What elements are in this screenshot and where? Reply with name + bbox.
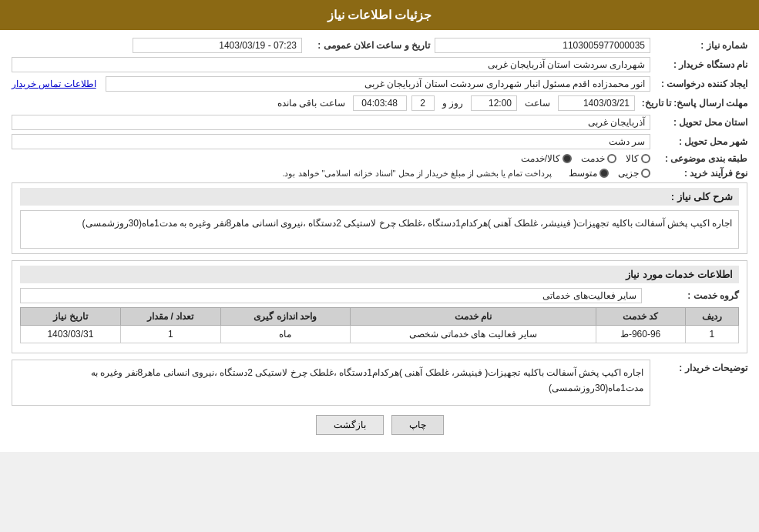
shomare-niaz-label: شماره نیاز :: [655, 40, 747, 51]
buttons-row: چاپ بازگشت: [12, 415, 747, 435]
announce-label: تاریخ و ساعت اعلان عمومی :: [307, 40, 430, 51]
row-shomare: شماره نیاز : 1103005977000035 تاریخ و سا…: [12, 38, 747, 53]
row-ijadkonande: ایجاد کننده درخواست : انور محمدزاده اقدم…: [12, 76, 747, 92]
namdastgah-label: نام دستگاه خریدار :: [655, 59, 747, 70]
shahr-value: سر دشت: [12, 134, 650, 149]
page-container: جزئیات اطلاعات نیاز شماره نیاز : 1103005…: [0, 0, 759, 452]
noe-farayand-label: نوع فرآیند خرید :: [655, 168, 747, 179]
cell-name: سایر فعالیت های خدماتی شخصی: [350, 326, 596, 343]
khadamat-section-title: اطلاعات خدمات مورد نیاز: [20, 266, 739, 283]
radio-kala-khedmat-dot: [563, 154, 572, 163]
header-title: جزئیات اطلاعات نیاز: [327, 8, 432, 22]
col-kod: کد خدمت: [596, 308, 685, 326]
cell-kod: 960-96-ط: [596, 326, 685, 343]
remaining-time-value: 04:03:48: [353, 95, 407, 111]
saat-value: 12:00: [471, 95, 517, 111]
ostan-label: استان محل تحویل :: [655, 117, 747, 128]
sharh-kolli-value: اجاره اکیپ پخش آسفالت باکلیه تجهیزات( فی…: [20, 210, 739, 249]
radio-jozii-label: جزیی: [618, 168, 639, 179]
shahr-label: شهر محل تحویل :: [655, 136, 747, 147]
row-namdastgah: نام دستگاه خریدار : شهرداری سردشت استان …: [12, 57, 747, 72]
page-header: جزئیات اطلاعات نیاز: [0, 0, 759, 30]
farayand-note: پرداخت تمام یا بخشی از مبلغ خریدار از مح…: [282, 169, 552, 179]
radio-kala: کالا: [626, 153, 650, 164]
ijadkonande-label: ایجاد کننده درخواست :: [655, 79, 747, 89]
radio-kala-khedmat-label: کالا/خدمت: [521, 153, 560, 164]
mohlat-label: مهلت ارسال پاسخ: تا تاریخ:: [640, 98, 747, 109]
ijadkonande-value: انور محمدزاده اقدم مسئول انبار شهرداری س…: [106, 76, 650, 92]
row-mohlat: مهلت ارسال پاسخ: تا تاریخ: 1403/03/21 سا…: [12, 95, 747, 111]
khadamat-table: ردیف کد خدمت نام خدمت واحد اندازه گیری ت…: [20, 307, 739, 343]
remaining-time-label: ساعت باقی مانده: [277, 98, 345, 109]
back-button[interactable]: بازگشت: [316, 415, 384, 435]
row-noe-farayand: نوع فرآیند خرید : جزیی متوسط پرداخت تمام…: [12, 168, 747, 179]
tosih-kharidar-value: اجاره اکیپ پخش آسفالت باکلیه تجهیزات( فی…: [12, 360, 650, 406]
sharh-kolli-section: شرح کلی نیاز : اجاره اکیپ پخش آسفالت باک…: [12, 182, 747, 254]
col-tedad: تعداد / مقدار: [120, 308, 220, 326]
main-content: شماره نیاز : 1103005977000035 تاریخ و سا…: [0, 30, 759, 452]
radio-motavasset-dot: [599, 169, 609, 178]
row-shahr: شهر محل تحویل : سر دشت: [12, 134, 747, 149]
col-tarikh: تاریخ نیاز: [21, 308, 121, 326]
radio-motavasset-label: متوسط: [569, 168, 597, 179]
namdastgah-value: شهرداری سردشت استان آذربایجان غربی: [12, 57, 650, 72]
tosih-kharidar-label: توضیحات خریدار :: [655, 360, 747, 373]
cell-tarikh: 1403/03/31: [21, 326, 121, 343]
radio-kala-dot: [641, 154, 650, 163]
tarikh-pasokh-value: 1403/03/21: [558, 95, 635, 111]
tabaqe-radio-group: کالا خدمت کالا/خدمت: [521, 153, 650, 164]
table-row: 1960-96-طسایر فعالیت های خدماتی شخصیماه1…: [21, 326, 739, 343]
radio-khedmat: خدمت: [581, 153, 616, 164]
cell-vahed: ماه: [220, 326, 350, 343]
saat-label: ساعت: [525, 98, 550, 109]
rooz-value: 2: [411, 95, 435, 111]
rooz-label: روز و: [442, 98, 463, 109]
cell-tedad: 1: [120, 326, 220, 343]
radio-jozii: جزیی: [618, 168, 650, 179]
radio-khedmat-dot: [607, 154, 616, 163]
sharh-kolli-title: شرح کلی نیاز :: [20, 188, 739, 206]
radio-jozii-dot: [641, 169, 650, 178]
radio-kala-khedmat: کالا/خدمت: [521, 153, 572, 164]
etelaat-tamas-link[interactable]: اطلاعات تماس خریدار: [12, 79, 96, 89]
row-tosih: توضیحات خریدار : اجاره اکیپ پخش آسفالت ب…: [12, 360, 747, 406]
row-ostan: استان محل تحویل : آذربایجان غربی: [12, 115, 747, 130]
print-button[interactable]: چاپ: [391, 415, 444, 435]
tabaqe-label: طبقه بندی موضوعی :: [655, 153, 747, 164]
radio-kala-label: کالا: [626, 153, 639, 164]
cell-radif: 1: [685, 326, 738, 343]
ostan-value: آذربایجان غربی: [12, 115, 650, 130]
khadamat-section: اطلاعات خدمات مورد نیاز گروه خدمت : سایر…: [12, 260, 747, 353]
groupe-khedmat-value: سایر فعالیت‌های خدماتی: [20, 288, 642, 303]
col-name: نام خدمت: [350, 308, 596, 326]
radio-motavasset: متوسط: [569, 168, 609, 179]
radio-khedmat-label: خدمت: [581, 153, 605, 164]
farayand-radio-group: جزیی متوسط پرداخت تمام یا بخشی از مبلغ خ…: [282, 168, 650, 179]
shomare-niaz-value: 1103005977000035: [435, 38, 650, 53]
row-groupe-khedmat: گروه خدمت : سایر فعالیت‌های خدماتی: [20, 288, 739, 303]
row-tabaqe: طبقه بندی موضوعی : کالا خدمت کالا/خدمت: [12, 153, 747, 164]
col-vahed: واحد اندازه گیری: [220, 308, 350, 326]
groupe-khedmat-label: گروه خدمت :: [646, 290, 739, 301]
col-radif: ردیف: [685, 308, 738, 326]
announce-value: 07:23 - 1403/03/19: [133, 38, 302, 53]
